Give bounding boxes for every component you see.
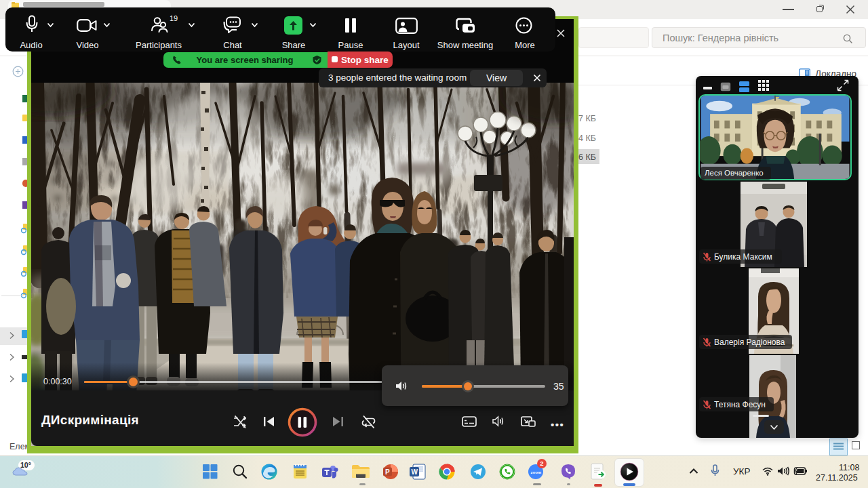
svg-text:zoom: zoom — [531, 470, 542, 474]
svg-text:P: P — [385, 468, 390, 476]
svg-text:W: W — [412, 468, 418, 476]
